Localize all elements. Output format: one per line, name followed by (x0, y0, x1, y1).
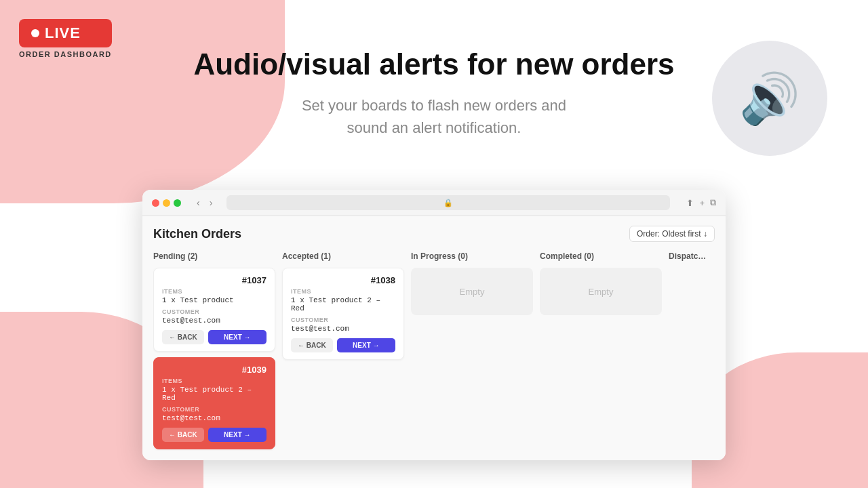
order-number-1038: #1038 (371, 275, 395, 285)
column-dispatched: Dispatc… (669, 250, 715, 455)
browser-share-btn[interactable]: ⬆ (686, 197, 694, 208)
column-header-accepted: Accepted (1) (282, 250, 404, 262)
kitchen-title: Kitchen Orders (153, 227, 241, 241)
browser-url-bar: 🔒 (226, 195, 670, 210)
browser-toolbar: ‹ › 🔒 ⬆ + ⧉ (142, 190, 726, 216)
column-in-progress: In Progress (0) Empty (411, 250, 533, 455)
order-number-1037: #1037 (242, 275, 267, 285)
column-pending: Pending (2) #1037 ITEMS 1 x Test product… (153, 250, 275, 455)
order-sort-button[interactable]: Order: Oldest first ↓ (629, 226, 715, 242)
browser-copy-btn[interactable]: ⧉ (710, 197, 716, 208)
subtitle-line2: sound an alert notification. (347, 119, 521, 136)
card-btns-1037: ← BACK NEXT → (162, 330, 267, 344)
card-btns-1039: ← BACK NEXT → (162, 428, 267, 442)
subtitle-line1: Set your boards to flash new orders and (302, 97, 566, 114)
column-header-pending: Pending (2) (153, 250, 275, 262)
url-icon: 🔒 (443, 199, 453, 207)
header-section: Audio/visual alerts for new orders Set y… (0, 47, 868, 139)
customer-label-1039: CUSTOMER (162, 406, 267, 413)
customer-label-1037: CUSTOMER (162, 308, 267, 315)
customer-value-1038: test@test.com (291, 325, 395, 333)
items-value-1037: 1 x Test product (162, 296, 267, 304)
browser-nav: ‹ › (193, 196, 216, 209)
items-value-1039: 1 x Test product 2 – Red (162, 386, 267, 402)
back-button-1037[interactable]: ← BACK (162, 330, 204, 344)
empty-completed: Empty (540, 268, 662, 315)
browser-back-btn[interactable]: ‹ (193, 196, 203, 209)
order-card-1039: #1039 ITEMS 1 x Test product 2 – Red CUS… (153, 357, 275, 449)
columns-container: Pending (2) #1037 ITEMS 1 x Test product… (153, 250, 715, 455)
next-button-1037[interactable]: NEXT → (208, 330, 267, 344)
next-button-1038[interactable]: NEXT → (337, 338, 395, 352)
items-label-1037: ITEMS (162, 288, 267, 295)
dot-yellow (163, 199, 170, 207)
card-btns-1038: ← BACK NEXT → (291, 338, 395, 352)
customer-value-1037: test@test.com (162, 317, 267, 325)
customer-label-1038: CUSTOMER (291, 317, 395, 323)
items-label-1039: ITEMS (162, 378, 267, 384)
browser-dots (152, 199, 181, 207)
logo: LIVE ORDER DASHBOARD (19, 19, 112, 58)
logo-text: LIVE (45, 24, 81, 42)
subtitle: Set your boards to flash new orders and … (149, 94, 719, 139)
browser-add-tab-btn[interactable]: + (699, 197, 705, 208)
customer-value-1039: test@test.com (162, 414, 267, 422)
browser-actions: ⬆ + ⧉ (686, 197, 716, 208)
order-card-1038: #1038 ITEMS 1 x Test product 2 – Red CUS… (282, 268, 404, 360)
next-button-1039[interactable]: NEXT → (208, 428, 267, 442)
logo-subtext: ORDER DASHBOARD (19, 50, 112, 58)
browser-window: ‹ › 🔒 ⬆ + ⧉ Kitchen Orders Order: Oldest… (142, 190, 726, 460)
column-completed: Completed (0) Empty (540, 250, 662, 455)
browser-forward-btn[interactable]: › (206, 196, 216, 209)
items-value-1038: 1 x Test product 2 – Red (291, 296, 395, 312)
dot-red (152, 199, 159, 207)
column-header-dispatched: Dispatc… (669, 250, 715, 262)
kitchen-content: Kitchen Orders Order: Oldest first ↓ Pen… (142, 216, 726, 460)
column-header-completed: Completed (0) (540, 250, 662, 262)
back-button-1038[interactable]: ← BACK (291, 338, 333, 352)
live-dot (31, 29, 39, 37)
column-accepted: Accepted (1) #1038 ITEMS 1 x Test produc… (282, 250, 404, 455)
order-number-1039: #1039 (242, 365, 267, 375)
dot-green (174, 199, 181, 207)
empty-in-progress: Empty (411, 268, 533, 315)
back-button-1039[interactable]: ← BACK (162, 428, 204, 442)
kitchen-header: Kitchen Orders Order: Oldest first ↓ (153, 226, 715, 242)
items-label-1038: ITEMS (291, 288, 395, 295)
card-top-1038: #1038 (291, 275, 395, 285)
card-top-1037: #1037 (162, 275, 267, 285)
main-title: Audio/visual alerts for new orders (149, 47, 719, 82)
order-card-1037: #1037 ITEMS 1 x Test product CUSTOMER te… (153, 268, 275, 352)
column-header-in-progress: In Progress (0) (411, 250, 533, 262)
logo-badge: LIVE (19, 19, 112, 47)
card-top-1039: #1039 (162, 365, 267, 375)
